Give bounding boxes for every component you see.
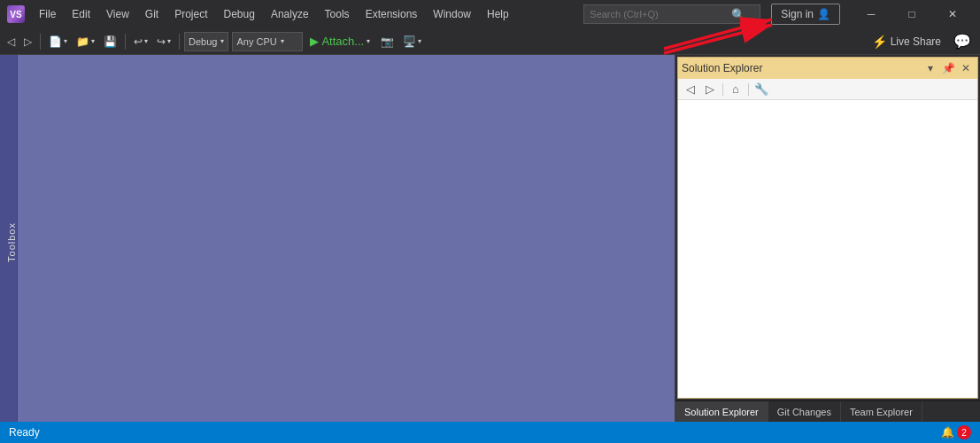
menu-tools[interactable]: Tools <box>318 4 357 24</box>
vs-logo: VS <box>7 5 25 23</box>
search-button[interactable]: 🔍 <box>731 8 745 21</box>
tab-team-explorer[interactable]: Team Explorer <box>841 401 922 422</box>
separator-1 <box>40 34 41 50</box>
right-panel: Solution Explorer ▾ 📌 ✕ ◁ ▷ ⌂ 🔧 <box>675 55 980 422</box>
tab-team-explorer-label: Team Explorer <box>850 407 913 417</box>
toolbox-sidebar[interactable]: Toolbox <box>0 55 18 422</box>
liveshare-icon: ⚡ <box>872 35 887 49</box>
camera-icon: 📷 <box>381 35 394 48</box>
main-toolbar: ◁ ▷ 📄 ▾ 📁 ▾ 💾 ↩ ▾ ↪ ▾ Debug ▾ <box>0 28 980 55</box>
menu-analyze[interactable]: Analyze <box>264 4 316 24</box>
feedback-icon: 💬 <box>953 34 971 49</box>
status-bell-area[interactable]: 🔔 2 <box>941 425 971 439</box>
bell-icon: 🔔 <box>941 426 954 439</box>
dropdown-arrow-2: ▾ <box>91 37 95 45</box>
menu-window[interactable]: Window <box>426 4 478 24</box>
se-settings-button[interactable]: 🔧 <box>752 81 770 98</box>
debug-dropdown-arrow: ▾ <box>220 37 224 45</box>
toolbar-extra-2[interactable]: 🖥️ ▾ <box>399 31 425 52</box>
sign-in-button[interactable]: Sign in 👤 <box>771 4 840 25</box>
cpu-dropdown[interactable]: Any CPU ▾ <box>232 32 303 51</box>
cpu-label: Any CPU <box>236 36 276 47</box>
toolbox-label: Toolbox <box>6 222 17 262</box>
se-toolbar-separator <box>722 83 723 96</box>
menu-view[interactable]: View <box>99 4 136 24</box>
open-icon: 📁 <box>76 35 89 48</box>
liveshare-label: Live Share <box>891 35 941 48</box>
main-area: Toolbox Solution Explorer ▾ 📌 ✕ ◁ <box>0 55 980 422</box>
save-icon: 💾 <box>104 35 117 48</box>
play-attach-button[interactable]: ▶ Attach... ▾ <box>305 31 375 52</box>
bottom-tabs: Solution Explorer Git Changes Team Explo… <box>675 400 980 422</box>
menu-git[interactable]: Git <box>138 4 166 24</box>
separator-3 <box>179 34 180 50</box>
dropdown-arrow-4: ▾ <box>167 37 171 45</box>
maximize-button[interactable]: □ <box>891 0 932 28</box>
monitor-icon: 🖥️ <box>403 35 416 48</box>
se-title: Solution Explorer <box>682 62 919 74</box>
tab-solution-explorer[interactable]: Solution Explorer <box>675 401 768 422</box>
separator-2 <box>125 34 126 50</box>
dropdown-arrow-1: ▾ <box>64 37 67 45</box>
menu-help[interactable]: Help <box>480 4 516 24</box>
se-back-button[interactable]: ◁ <box>682 81 699 98</box>
dropdown-arrow-3: ▾ <box>144 37 148 45</box>
undo-icon: ↩ <box>134 35 143 48</box>
tab-git-changes-label: Git Changes <box>777 407 831 417</box>
menu-edit[interactable]: Edit <box>65 4 97 24</box>
toolbar-extra-1[interactable]: 📷 <box>377 31 397 52</box>
se-pin-button[interactable]: 📌 <box>940 60 956 76</box>
sign-in-icon: 👤 <box>817 8 830 20</box>
redo-icon: ↪ <box>157 35 166 48</box>
se-title-bar: Solution Explorer ▾ 📌 ✕ <box>678 58 977 79</box>
save-button[interactable]: 💾 <box>100 31 120 52</box>
title-bar: VS File Edit View Git Project Debug Anal… <box>0 0 980 28</box>
search-box: 🔍 <box>583 4 760 24</box>
se-home-button[interactable]: ⌂ <box>727 81 745 98</box>
se-controls: ▾ 📌 ✕ <box>922 60 974 76</box>
solution-explorer-panel: Solution Explorer ▾ 📌 ✕ ◁ ▷ ⌂ 🔧 <box>677 57 978 399</box>
new-file-icon: 📄 <box>49 35 62 48</box>
open-button[interactable]: 📁 ▾ <box>73 31 98 52</box>
tab-solution-explorer-label: Solution Explorer <box>684 407 759 417</box>
back-button[interactable]: ◁ <box>4 31 19 52</box>
se-forward-button[interactable]: ▷ <box>701 81 719 98</box>
se-content <box>678 100 977 398</box>
editor-area[interactable] <box>18 55 675 422</box>
menu-extensions[interactable]: Extensions <box>359 4 425 24</box>
status-ready-text: Ready <box>9 426 934 439</box>
redo-button[interactable]: ↪ ▾ <box>153 31 174 52</box>
close-button[interactable]: ✕ <box>932 0 973 28</box>
status-bar: Ready 🔔 2 <box>0 422 980 443</box>
se-close-button[interactable]: ✕ <box>958 60 974 76</box>
debug-label: Debug <box>189 36 217 47</box>
play-label: Attach... <box>321 35 364 48</box>
cpu-dropdown-arrow: ▾ <box>281 37 284 45</box>
se-pin-auto-button[interactable]: ▾ <box>922 60 938 76</box>
menu-debug[interactable]: Debug <box>217 4 262 24</box>
new-file-button[interactable]: 📄 ▾ <box>45 31 71 52</box>
feedback-button[interactable]: 💬 <box>948 31 976 52</box>
window-controls: ─ □ ✕ <box>851 0 973 28</box>
search-input[interactable] <box>590 9 731 19</box>
debug-dropdown[interactable]: Debug ▾ <box>184 32 228 51</box>
sign-in-label: Sign in <box>781 8 814 20</box>
menu-bar: File Edit View Git Project Debug Analyze… <box>32 4 573 24</box>
notification-badge: 2 <box>957 425 971 439</box>
forward-button[interactable]: ▷ <box>20 31 35 52</box>
liveshare-button[interactable]: ⚡ Live Share <box>867 31 946 52</box>
play-dropdown-arrow: ▾ <box>367 37 370 45</box>
undo-button[interactable]: ↩ ▾ <box>130 31 151 52</box>
play-icon: ▶ <box>310 35 319 48</box>
tab-git-changes[interactable]: Git Changes <box>768 401 841 422</box>
menu-project[interactable]: Project <box>167 4 214 24</box>
minimize-button[interactable]: ─ <box>851 0 891 28</box>
dropdown-arrow-5: ▾ <box>418 37 421 45</box>
se-toolbar: ◁ ▷ ⌂ 🔧 <box>678 79 977 100</box>
se-toolbar-separator-2 <box>748 83 749 96</box>
menu-file[interactable]: File <box>32 4 63 24</box>
